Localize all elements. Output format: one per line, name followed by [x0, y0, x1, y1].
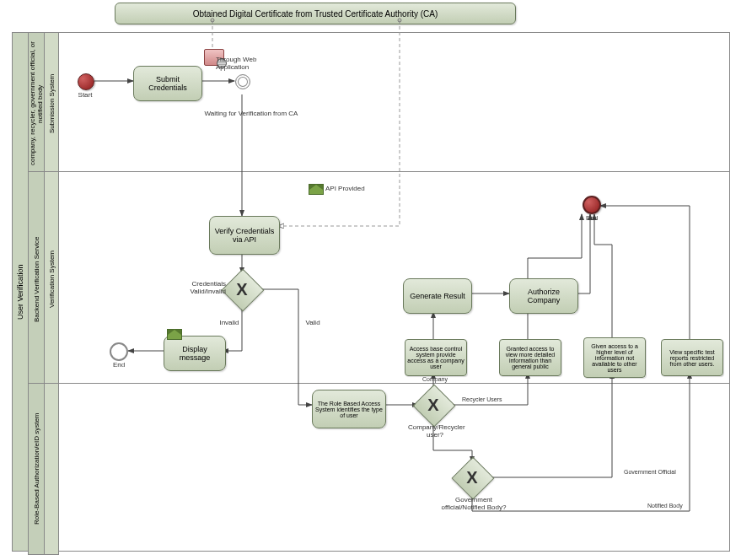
lane-label-0-text: company, recycler, government official, … [29, 35, 44, 173]
intermediate-event-waiting [235, 74, 250, 89]
task-verify-credentials: Verify Credentials via API [209, 216, 280, 255]
task-submit-text: Submit Credentials [136, 75, 200, 92]
lane-label-0: company, recycler, government official, … [28, 32, 45, 175]
gateway2-label: Company/Recycler user? [408, 423, 462, 439]
task-submit-credentials: Submit Credentials [133, 66, 202, 101]
note-reports-text: View specific test reports restricted fr… [663, 349, 721, 367]
pool-label-text: User Verification [16, 264, 24, 320]
lane-label-1-text: Backend Verification Service [33, 236, 40, 321]
lane-0 [58, 32, 730, 172]
end-red-label: End [579, 214, 604, 222]
task-authorize-text: Authorize Company [512, 288, 576, 304]
lane-label-2-text: Role-Based Authorization/eID system [33, 413, 40, 525]
sublane-1-text: Verification System [48, 250, 56, 308]
task-identify-text: The Role Based Access System identifies … [314, 401, 384, 418]
gateway3-label: Government official/Notified Body? [440, 496, 507, 511]
gateway3-gov: Government Official [624, 469, 700, 475]
note-granted-text: Granted access to view more detailed inf… [502, 346, 559, 369]
api-provided-label: API Provided [325, 185, 384, 192]
task-display-message: Display message [164, 336, 226, 371]
task-authorize-company: Authorize Company [509, 278, 578, 314]
note-access-text: Access base control system provide acces… [407, 346, 464, 369]
waiting-label: Waiting for Verification from CA [192, 110, 310, 117]
gateway1-valid: Valid [300, 319, 325, 326]
pool-label: User Verification [12, 32, 29, 552]
sublane-0: Submission System [44, 32, 59, 175]
title-text: Obtained Digital Certificate from Truste… [193, 9, 438, 19]
sublane-1: Verification System [44, 171, 59, 387]
note-granted: Granted access to view more detailed inf… [499, 339, 561, 376]
sublane-2 [44, 383, 59, 555]
through-web-label: Through Web Application [216, 56, 275, 71]
task-verify-text: Verify Credentials via API [212, 227, 277, 244]
gateway1-label: Credentials Valid/Invalid [179, 280, 226, 295]
task-display-text: Display message [166, 345, 223, 362]
gateway1-invalid: Invalid [214, 319, 244, 326]
api-envelope-icon [309, 184, 324, 195]
gateway2-recycler: Recycler Users [462, 396, 518, 402]
lane-label-2: Role-Based Authorization/eID system [28, 383, 45, 555]
end-event-red [583, 196, 601, 214]
task-identify-user: The Role Based Access System identifies … [312, 390, 386, 428]
note-reports: View specific test reports restricted fr… [661, 339, 723, 376]
note-higher-text: Given access to a higher level of inform… [586, 343, 643, 373]
lane-2 [58, 383, 730, 552]
title-bar: Obtained Digital Certificate from Truste… [115, 3, 516, 24]
note-access: Access base control system provide acces… [405, 339, 467, 376]
start-event [78, 73, 94, 90]
end-event-plain [110, 342, 128, 361]
display-envelope-icon [167, 329, 182, 340]
note-higher: Given access to a higher level of inform… [583, 337, 646, 378]
task-generate-text: Generate Result [410, 292, 465, 300]
gateway3-nb: Notified Body [647, 503, 706, 509]
lane-label-1: Backend Verification Service [28, 171, 45, 387]
end-plain-label: End [106, 361, 132, 369]
task-generate-result: Generate Result [403, 278, 472, 314]
sublane-0-text: Submission System [48, 74, 56, 133]
start-label: Start [72, 91, 98, 99]
gateway2-company: Company [416, 376, 454, 382]
